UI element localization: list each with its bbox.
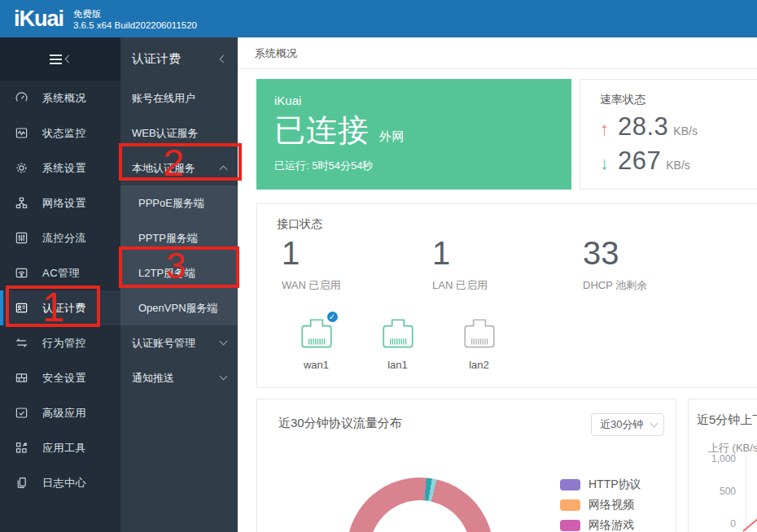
upload-line-series xyxy=(737,513,757,532)
sliders-icon xyxy=(15,231,28,245)
dhcp-stat: 33 DHCP 池剩余 xyxy=(583,235,647,293)
submenu-item-openvpn-server[interactable]: OpenVPN服务端 xyxy=(120,290,238,325)
protocol-legend: HTTP协议 网络视频 网络游戏 xyxy=(560,474,641,532)
download-rate-value: 267 xyxy=(618,146,661,176)
window-check-icon xyxy=(15,406,28,420)
chevron-down-icon xyxy=(220,373,228,381)
edition-label: 免费版 xyxy=(73,8,197,20)
annotation-number-1: 1 xyxy=(42,284,65,331)
interface-card-title: 接口状态 xyxy=(277,217,757,232)
breadcrumb: 系统概况 xyxy=(238,37,757,69)
sidebar-item-advanced-apps[interactable]: 高级应用 xyxy=(0,395,120,430)
port-wan1[interactable]: ✓ wan1 xyxy=(290,315,343,371)
connection-status: 已连接 外网 xyxy=(274,114,571,153)
monitor-wave-icon xyxy=(15,126,28,140)
submenu-item-notifications[interactable]: 通知推送 xyxy=(120,360,238,395)
ethernet-port-icon xyxy=(379,315,417,354)
sidebar-item-system-settings[interactable]: 系统设置 xyxy=(0,150,120,185)
wan-stat: 1 WAN 已启用 xyxy=(282,235,340,293)
updown-card-title: 近5分钟上下行流量 xyxy=(697,412,757,428)
port-label: lan2 xyxy=(453,359,505,371)
rate-status-card: 速率状态 ↑ 28.3 KB/s ↓ 267 KB/s xyxy=(580,79,757,190)
ethernet-port-icon xyxy=(461,315,498,354)
legend-swatch xyxy=(560,520,580,531)
chevron-left-icon xyxy=(64,55,72,63)
sidebar-item-network-settings[interactable]: 网络设置 xyxy=(0,185,120,220)
version-info: 免费版 3.6.5 x64 Build202206011520 xyxy=(73,8,197,31)
legend-swatch xyxy=(560,499,580,511)
submenu-title: 认证计费 xyxy=(132,51,221,67)
chevron-down-icon xyxy=(220,338,228,346)
arrow-down-icon: ↓ xyxy=(600,153,618,174)
protocol-donut-chart xyxy=(347,477,493,532)
port-label: wan1 xyxy=(290,359,343,371)
download-rate-row: ↓ 267 KB/s xyxy=(600,146,757,176)
sidebar-item-system-overview[interactable]: 系统概况 xyxy=(0,81,120,116)
port-lan2[interactable]: lan2 xyxy=(453,315,505,371)
chevron-left-icon xyxy=(220,55,228,63)
apps-wrench-icon xyxy=(15,441,28,455)
gauge-icon xyxy=(15,91,28,105)
y-tick: 0 xyxy=(689,518,736,530)
connection-status-card: iKuai 已连接 外网 已运行: 5时54分54秒 xyxy=(256,79,571,190)
rate-card-title: 速率状态 xyxy=(600,93,757,107)
arrow-up-icon: ↑ xyxy=(600,119,618,140)
submenu-item-auth-accounts[interactable]: 认证账号管理 xyxy=(120,325,238,360)
port-label: lan1 xyxy=(371,359,424,371)
uptime-label: 已运行: 5时54分54秒 xyxy=(274,159,571,173)
download-rate-unit: KB/s xyxy=(666,159,690,172)
legend-item: 网络游戏 xyxy=(560,515,641,532)
updown-traffic-card: 近5分钟上下行流量 上行 (KB/s) 1,000 500 0 xyxy=(688,399,757,532)
upload-rate-unit: KB/s xyxy=(673,124,698,137)
legend-item: 网络视频 xyxy=(560,495,641,515)
ikuai-logo: iKuai xyxy=(14,7,63,32)
brand-label: iKuai xyxy=(274,94,571,107)
sidebar-item-security-settings[interactable]: 安全设置 xyxy=(0,360,120,395)
time-range-select[interactable]: 近30分钟 xyxy=(591,413,664,436)
chevron-down-icon xyxy=(650,419,659,427)
sidebar-item-log-center[interactable]: 日志中心 xyxy=(0,465,120,500)
connected-check-badge: ✓ xyxy=(326,310,339,324)
network-nodes-icon xyxy=(15,196,28,210)
build-label: 3.6.5 x64 Build202206011520 xyxy=(73,20,197,31)
port-lan1[interactable]: lan1 xyxy=(371,315,424,371)
pages-icon xyxy=(15,476,28,490)
main-content: 系统概况 iKuai 已连接 外网 已运行: 5时54分54秒 速率状态 ↑ 2… xyxy=(238,37,757,532)
network-label: 外网 xyxy=(379,129,405,143)
hamburger-icon xyxy=(50,52,62,67)
sidebar-item-flow-control[interactable]: 流控分流 xyxy=(0,220,120,255)
upload-rate-value: 28.3 xyxy=(618,112,668,142)
submenu-header[interactable]: 认证计费 xyxy=(120,37,238,81)
brick-wall-icon xyxy=(15,371,28,385)
submenu-item-pppoe-server[interactable]: PPPoE服务端 xyxy=(120,185,238,220)
legend-swatch xyxy=(560,479,580,491)
y-tick: 500 xyxy=(689,486,736,497)
sidebar-item-status-monitor[interactable]: 状态监控 xyxy=(0,116,120,150)
legend-item: HTTP协议 xyxy=(560,474,641,495)
annotation-number-3: 3 xyxy=(166,246,186,286)
annotation-number-2: 2 xyxy=(163,140,184,185)
swap-arrows-icon xyxy=(15,336,28,350)
wifi-icon xyxy=(15,266,28,280)
interface-status-card: 接口状态 1 WAN 已启用 1 LAN 已启用 33 DHCP 池剩余 ✓ w… xyxy=(256,203,757,388)
gear-icon xyxy=(15,161,28,175)
top-bar: iKuai 免费版 3.6.5 x64 Build202206011520 xyxy=(0,0,757,37)
protocol-traffic-card: 近30分钟协议流量分布 近30分钟 HTTP协议 网络视频 网络游戏 xyxy=(256,399,676,532)
y-tick: 1,000 xyxy=(689,453,736,464)
lan-stat: 1 LAN 已启用 xyxy=(432,235,488,293)
submenu-item-online-users[interactable]: 账号在线用户 xyxy=(120,81,238,116)
collapse-menu-button[interactable] xyxy=(0,37,120,81)
upload-rate-row: ↑ 28.3 KB/s xyxy=(600,112,757,142)
sidebar-item-app-tools[interactable]: 应用工具 xyxy=(0,430,120,465)
